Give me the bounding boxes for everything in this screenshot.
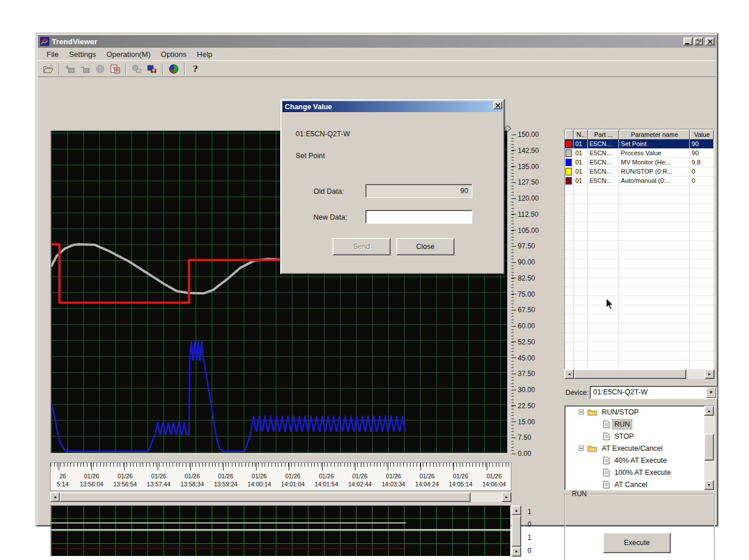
table-row-empty bbox=[565, 223, 714, 232]
table-cell-empty bbox=[565, 204, 574, 213]
dialog-close-icon[interactable] bbox=[493, 101, 502, 109]
y-axis-label: 37.50 bbox=[511, 370, 535, 378]
table-header-cell[interactable] bbox=[565, 129, 574, 140]
table-body: 01E5CN...Set Point9001E5CN...Process Val… bbox=[565, 140, 714, 369]
send-button[interactable]: Send bbox=[333, 238, 391, 255]
time-label-time: 14:01:04 bbox=[276, 480, 309, 488]
time-label: 01/2614:04:24 bbox=[410, 472, 444, 488]
scroll-up-icon[interactable] bbox=[704, 406, 714, 416]
table-header-cell[interactable]: Part ... bbox=[588, 129, 620, 140]
title-bar[interactable]: TrendViewer bbox=[38, 35, 716, 48]
scroll-right-icon[interactable] bbox=[705, 369, 714, 379]
overlay-shapes-icon[interactable] bbox=[130, 62, 144, 75]
pie-chart-icon[interactable] bbox=[167, 62, 181, 75]
tree-expander-icon[interactable] bbox=[579, 446, 584, 451]
restore-button[interactable] bbox=[694, 37, 703, 45]
time-scrollbar-track[interactable] bbox=[60, 492, 502, 502]
y-axis-label: 67.50 bbox=[511, 306, 535, 314]
table-header-cell[interactable]: Value bbox=[690, 129, 714, 140]
tree-item-run-stop[interactable]: RUN/STOP bbox=[565, 406, 704, 418]
table-cell-empty bbox=[565, 305, 574, 314]
table-cell-empty bbox=[588, 250, 620, 259]
table-header-cell[interactable]: N.. bbox=[574, 129, 588, 140]
scroll-left-icon[interactable] bbox=[564, 369, 574, 379]
table-cell-empty bbox=[619, 324, 690, 333]
table-cell-empty bbox=[690, 186, 714, 195]
toolbar-separator bbox=[59, 63, 60, 75]
copy-report-icon[interactable] bbox=[108, 62, 122, 75]
table-row[interactable]: 01E5CN...Process Value90 bbox=[565, 149, 714, 158]
globe-icon[interactable] bbox=[93, 62, 107, 75]
tree-expander-icon[interactable] bbox=[579, 409, 584, 415]
strip-scrollbar-track[interactable] bbox=[511, 515, 521, 547]
tree-item-40-at-execute[interactable]: 40% AT Execute bbox=[565, 454, 704, 466]
table-cell-empty bbox=[574, 213, 588, 223]
close-dialog-button[interactable]: Close bbox=[396, 238, 454, 255]
y-tick bbox=[511, 182, 516, 183]
table-row[interactable]: 01E5CN...Set Point90 bbox=[565, 140, 714, 149]
table-cell-empty bbox=[619, 186, 690, 195]
y-axis-label: 105.00 bbox=[511, 227, 539, 235]
menu-settings[interactable]: Settings bbox=[64, 49, 101, 60]
menu-operation[interactable]: Operation(M) bbox=[101, 49, 156, 60]
y-tick bbox=[511, 310, 516, 310]
scroll-down-icon[interactable] bbox=[704, 480, 714, 490]
tile-windows-icon[interactable] bbox=[145, 62, 159, 75]
new-data-field[interactable] bbox=[365, 210, 472, 224]
tree-item-run[interactable]: RUN bbox=[565, 418, 704, 430]
chevron-down-icon[interactable] bbox=[706, 387, 716, 398]
menu-bar: File Settings Operation(M) Options Help bbox=[38, 48, 716, 60]
strip-scrollbar-thumb[interactable] bbox=[511, 515, 521, 547]
device-combobox[interactable]: 01:E5CN-Q2T-W bbox=[590, 386, 717, 399]
open-file-icon[interactable] bbox=[41, 62, 55, 75]
minimize-button[interactable] bbox=[683, 37, 693, 45]
table-cell-param: MV Monitor (He... bbox=[619, 158, 690, 167]
strip-label: 0 bbox=[528, 520, 532, 528]
tree-item-stop[interactable]: STOP bbox=[565, 430, 704, 442]
help-icon[interactable]: ? bbox=[189, 62, 202, 75]
y-axis-label: 135.00 bbox=[511, 163, 539, 171]
time-label-date: 01/26 bbox=[377, 472, 410, 480]
time-label-time: 13:56:04 bbox=[75, 480, 108, 488]
table-cell-no: 01 bbox=[574, 149, 588, 158]
tree-item-at-cancel[interactable]: AT Cancel bbox=[565, 478, 704, 490]
digital-strip-chart[interactable] bbox=[51, 505, 511, 557]
table-row[interactable]: 01E5CN...MV Monitor (He...9.8 bbox=[565, 158, 714, 167]
table-cell-empty bbox=[574, 259, 588, 269]
table-cell-empty bbox=[588, 223, 620, 232]
time-label: 01/2614:03:34 bbox=[377, 472, 410, 488]
table-scrollbar-track[interactable] bbox=[574, 369, 705, 379]
remove-trend-icon[interactable] bbox=[78, 62, 92, 75]
time-scrollbar-thumb[interactable] bbox=[60, 492, 471, 502]
tree-item-100-at-execute[interactable]: 100% AT Execute bbox=[565, 466, 704, 478]
execute-button[interactable]: Execute bbox=[603, 532, 671, 553]
scroll-left-icon[interactable] bbox=[50, 492, 60, 502]
tree-scrollbar-track[interactable] bbox=[704, 416, 714, 480]
scroll-down-icon[interactable] bbox=[511, 547, 521, 557]
table-header-cell[interactable]: Parameter name bbox=[619, 129, 690, 140]
time-label-time: 14:01:54 bbox=[309, 480, 343, 488]
table-cell-empty bbox=[565, 324, 574, 333]
dialog-title-bar[interactable]: Change Value bbox=[282, 101, 502, 112]
add-trend-icon[interactable] bbox=[63, 62, 77, 75]
scroll-right-icon[interactable] bbox=[502, 492, 511, 502]
table-cell-empty bbox=[565, 287, 574, 296]
table-cell-empty bbox=[690, 223, 714, 232]
tree-item-at-execute-cancel[interactable]: AT Execute/Cancel bbox=[565, 442, 704, 454]
menu-help[interactable]: Help bbox=[192, 49, 217, 60]
page: TrendViewer File Settings Operation(M) O… bbox=[0, 0, 749, 560]
table-row[interactable]: 01E5CN...Auto/manual (0:...0 bbox=[565, 177, 714, 186]
dialog-parameter-name: Set Point bbox=[296, 152, 325, 160]
scroll-up-icon[interactable] bbox=[511, 505, 521, 515]
close-button[interactable] bbox=[705, 37, 714, 45]
table-scrollbar-thumb[interactable] bbox=[574, 369, 686, 379]
menu-file[interactable]: File bbox=[41, 49, 64, 60]
strip-value-labels: 1010 bbox=[524, 505, 540, 557]
table-cell-part: E5CN... bbox=[588, 140, 620, 149]
table-row-empty bbox=[565, 241, 714, 250]
table-row-empty bbox=[565, 232, 714, 241]
document-icon bbox=[603, 481, 610, 489]
tree-scrollbar-thumb[interactable] bbox=[704, 434, 714, 461]
table-row[interactable]: 01E5CN...RUN/STOP (0:R...0 bbox=[565, 167, 714, 177]
menu-options[interactable]: Options bbox=[156, 49, 192, 60]
